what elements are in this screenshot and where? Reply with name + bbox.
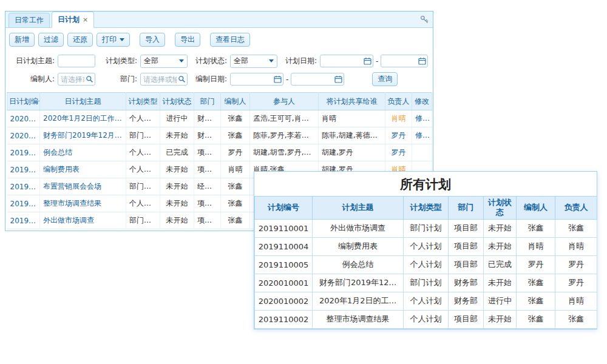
filter-button[interactable]: 过滤 xyxy=(38,33,64,47)
search-icon[interactable] xyxy=(86,75,93,83)
column-header[interactable]: 日计划编号 xyxy=(7,93,40,110)
plan-id-link[interactable]: 2019110002 xyxy=(7,195,40,212)
subject-label: 日计划主题: xyxy=(5,56,58,66)
restore-button[interactable]: 还原 xyxy=(67,33,93,47)
filter-area: 日计划主题: 计划类型: 全部 计划状态: 全部 计划日期: - xyxy=(5,53,433,92)
chevron-down-icon xyxy=(179,59,184,62)
tab-daily-plan[interactable]: 日计划× xyxy=(52,12,94,28)
chevron-down-icon xyxy=(269,59,274,62)
plan-status: 未开始 xyxy=(160,195,194,212)
plan-status: 已完成 xyxy=(484,255,517,274)
plan-creator: 张鑫 xyxy=(221,195,250,212)
plan-owner: 罗丹 xyxy=(555,274,597,292)
modify-link[interactable]: 修改 xyxy=(412,127,432,144)
column-header[interactable]: 参与人 xyxy=(250,93,319,110)
column-header: 负责人 xyxy=(555,197,597,220)
plan-dept: 项目部 xyxy=(449,255,484,274)
column-header[interactable]: 修改 xyxy=(412,93,432,110)
plan-subject-link[interactable]: 整理市场调查结果 xyxy=(40,195,126,212)
plan-dept: 项目部 xyxy=(449,237,484,255)
calendar-icon[interactable] xyxy=(418,57,426,65)
column-header: 计划主题 xyxy=(313,197,404,220)
plan-type: 个人计划 xyxy=(404,237,449,255)
plan-share: 胡建,罗丹 xyxy=(319,144,385,161)
import-button[interactable]: 导入 xyxy=(140,33,165,47)
tab-label: 日计划 xyxy=(58,15,80,24)
all-plan-row: 2020010001财务部门2019年12...部门计划财务部未开始张鑫罗丹 xyxy=(255,274,597,292)
search-icon[interactable] xyxy=(178,75,186,83)
toolbar: 新增 过滤 还原 打印 导入 导出 查看日志 xyxy=(5,28,433,51)
modify-link[interactable]: 修改 xyxy=(412,110,432,127)
plan-subject: 例会总结 xyxy=(313,255,404,274)
plan-row[interactable]: 2020010001财务部门2019年12月的...部门计划未开始财务部张鑫陈菲… xyxy=(7,127,432,144)
column-header[interactable]: 编制人 xyxy=(221,93,250,110)
plan-subject-link[interactable]: 编制费用表 xyxy=(40,161,126,178)
button-label: 查看日志 xyxy=(215,33,245,46)
column-header[interactable]: 计划类型 xyxy=(126,93,160,110)
plan-status: 未开始 xyxy=(160,161,194,178)
button-label: 查询 xyxy=(378,73,392,86)
plan-status: 未开始 xyxy=(484,310,517,328)
plan-dept: 财务部 xyxy=(194,110,221,127)
button-label: 新增 xyxy=(15,33,29,46)
plan-status: 未开始 xyxy=(484,274,517,292)
plan-subject-link[interactable]: 外出做市场调查 xyxy=(40,212,126,229)
creator-field xyxy=(58,73,95,86)
create-date-from-field xyxy=(230,73,283,86)
plan-row[interactable]: 20200100022020年1月2日的工作日...个人计划进行中财务部张鑫孟浩… xyxy=(7,110,432,127)
plan-type-select[interactable]: 全部 xyxy=(140,55,188,68)
button-label: 打印 xyxy=(102,33,117,46)
plan-dept: 项目部 xyxy=(194,195,221,212)
plan-type: 个人计划 xyxy=(126,144,160,161)
plan-id-link[interactable]: 2019110005 xyxy=(7,144,40,161)
plan-status: 未开始 xyxy=(160,127,194,144)
column-header[interactable]: 部门 xyxy=(194,93,221,110)
subject-input[interactable] xyxy=(58,55,95,67)
plan-creator: 张鑫 xyxy=(517,310,555,328)
add-button[interactable]: 新增 xyxy=(9,33,35,47)
plan-dept: 财务部 xyxy=(449,274,484,292)
plan-dept: 财务部 xyxy=(449,292,484,310)
all-plan-row: 2019110002整理市场调查结果个人计划项目部未开始张鑫张鑫 xyxy=(255,310,597,328)
column-header[interactable]: 日计划主题 xyxy=(40,93,126,110)
close-icon[interactable]: × xyxy=(83,16,88,24)
calendar-icon[interactable] xyxy=(364,57,371,65)
plan-type: 部门计划 xyxy=(126,212,160,229)
print-button[interactable]: 打印 xyxy=(97,33,130,47)
plan-subject-link[interactable]: 财务部门2019年12月的... xyxy=(40,127,126,144)
column-header[interactable]: 将计划共享给谁 xyxy=(319,93,385,110)
create-date-to-field xyxy=(291,73,344,86)
plan-status-select[interactable]: 全部 xyxy=(230,55,277,68)
column-header: 计划类型 xyxy=(404,197,449,220)
column-header: 计划状态 xyxy=(484,197,517,220)
plan-id-link[interactable]: 2020010002 xyxy=(7,110,40,127)
key-icon[interactable] xyxy=(420,15,429,25)
plan-id-link[interactable]: 2019110004 xyxy=(7,161,40,178)
plan-participants: 胡建,胡雪,罗丹,任晓... xyxy=(250,144,319,161)
plan-row[interactable]: 2019110005例会总结个人计划已完成项目部罗丹胡建,胡雪,罗丹,任晓...… xyxy=(7,144,432,161)
button-label: 导入 xyxy=(145,33,160,46)
export-button[interactable]: 导出 xyxy=(175,33,200,47)
plan-date-label: 计划日期: xyxy=(277,56,320,66)
all-plan-row: 2019110004编制费用表个人计划项目部未开始肖晴肖晴 xyxy=(255,237,597,255)
view-log-button[interactable]: 查看日志 xyxy=(210,33,250,47)
column-header[interactable]: 负责人 xyxy=(385,93,412,110)
column-header[interactable]: 计划状态 xyxy=(160,93,194,110)
plan-id-link[interactable]: 2019110003 xyxy=(7,178,40,195)
plan-status: 未开始 xyxy=(484,237,517,255)
plan-subject-link[interactable]: 布置营销展会会场 xyxy=(40,178,126,195)
plan-subject-link[interactable]: 2020年1月2日的工作日... xyxy=(40,110,126,127)
plan-owner: 罗丹 xyxy=(385,127,412,144)
plan-owner: 肖晴 xyxy=(385,110,412,127)
all-plan-row: 2019110005例会总结个人计划项目部已完成罗丹罗丹 xyxy=(255,255,597,274)
calendar-icon[interactable] xyxy=(274,75,282,83)
plan-subject: 外出做市场调查 xyxy=(313,219,404,237)
all-plans-table: 计划编号计划主题计划类型部门计划状态编制人负责人 2019110001外出做市场… xyxy=(254,196,597,329)
query-button[interactable]: 查询 xyxy=(372,72,398,86)
plan-id-link[interactable]: 2020010001 xyxy=(7,127,40,144)
tab-daily-work[interactable]: 日常工作 xyxy=(8,13,50,27)
plan-subject-link[interactable]: 例会总结 xyxy=(40,144,126,161)
plan-status: 已完成 xyxy=(160,144,194,161)
plan-id-link[interactable]: 2019110001 xyxy=(7,212,40,229)
calendar-icon[interactable] xyxy=(334,75,342,83)
